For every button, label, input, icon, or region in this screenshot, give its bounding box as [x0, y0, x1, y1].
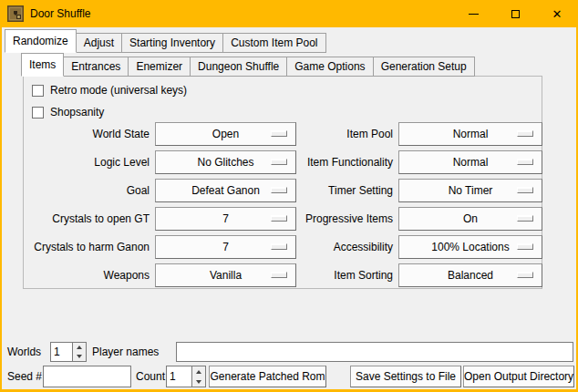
- count-stepper-arrows: [191, 366, 205, 387]
- maximize-icon: [511, 10, 520, 18]
- logic-level-value: No Glitches: [197, 156, 253, 169]
- subtab-game-options[interactable]: Game Options: [286, 57, 373, 77]
- seed-label: Seed #: [7, 366, 42, 387]
- accessibility-dropdown[interactable]: 100% Locations: [398, 235, 542, 259]
- maximize-button[interactable]: [494, 0, 536, 27]
- item-sorting-label: Item Sorting: [296, 263, 398, 287]
- app-window: Door Shuffle ✕ Randomize Adjust Starting…: [0, 0, 578, 392]
- tab-starting-inventory[interactable]: Starting Inventory: [121, 33, 223, 53]
- retro-mode-checkbox[interactable]: [32, 85, 44, 97]
- spinner-down-button[interactable]: [73, 352, 86, 361]
- tab-custom-item-pool[interactable]: Custom Item Pool: [222, 33, 325, 53]
- logic-level-dropdown[interactable]: No Glitches: [155, 150, 296, 174]
- count-stepper[interactable]: [166, 366, 206, 387]
- spinner-down-button[interactable]: [192, 377, 205, 387]
- world-state-value: Open: [212, 128, 239, 140]
- timer-setting-label: Timer Setting: [296, 179, 398, 202]
- dropdown-indicator-icon: [517, 243, 533, 250]
- dropdown-indicator-icon: [271, 272, 287, 278]
- item-pool-dropdown[interactable]: Normal: [398, 122, 542, 146]
- seed-input[interactable]: [43, 366, 131, 387]
- item-functionality-label: Item Functionality: [296, 150, 398, 174]
- save-settings-button[interactable]: Save Settings to File: [350, 366, 461, 387]
- item-sorting-value: Balanced: [448, 269, 493, 282]
- item-sorting-dropdown[interactable]: Balanced: [398, 263, 542, 287]
- tab-randomize[interactable]: Randomize: [5, 29, 77, 53]
- close-icon: ✕: [552, 8, 563, 20]
- sub-tab-bar: Items Entrances Enemizer Dungeon Shuffle…: [21, 53, 474, 77]
- dropdown-indicator-icon: [517, 272, 533, 278]
- subtab-items[interactable]: Items: [21, 53, 64, 77]
- close-button[interactable]: ✕: [536, 0, 578, 27]
- accessibility-label: Accessibility: [296, 235, 398, 259]
- spinner-up-button[interactable]: [73, 343, 86, 352]
- world-state-label: World State: [24, 122, 155, 146]
- form-row: Goal Defeat Ganon Timer Setting No Timer: [24, 179, 542, 202]
- spinner-up-button[interactable]: [192, 366, 205, 377]
- titlebar[interactable]: Door Shuffle ✕: [0, 0, 578, 27]
- main-tab-bar: Randomize Adjust Starting Inventory Cust…: [5, 29, 325, 53]
- player-names-input[interactable]: [176, 342, 573, 362]
- dropdown-indicator-icon: [517, 215, 533, 222]
- shopsanity-label: Shopsanity: [50, 106, 104, 119]
- worlds-stepper-arrows: [72, 343, 86, 361]
- worlds-label: Worlds: [7, 342, 41, 362]
- crystals-open-gt-value: 7: [222, 212, 229, 225]
- item-pool-value: Normal: [453, 128, 489, 140]
- items-panel: Retro mode (universal keys) Shopsanity W…: [23, 76, 542, 289]
- count-input[interactable]: [167, 366, 191, 387]
- goal-dropdown[interactable]: Defeat Ganon: [155, 179, 296, 202]
- dropdown-indicator-icon: [271, 215, 287, 222]
- minimize-button[interactable]: [452, 0, 494, 27]
- spinner-down-icon: [77, 355, 82, 358]
- form-row: Crystals to open GT 7 Progressive Items …: [24, 207, 542, 231]
- subtab-enemizer[interactable]: Enemizer: [128, 57, 191, 77]
- tab-adjust[interactable]: Adjust: [76, 33, 122, 53]
- form-row: World State Open Item Pool Normal: [24, 122, 542, 146]
- timer-setting-dropdown[interactable]: No Timer: [398, 179, 542, 202]
- app-icon: [7, 5, 24, 22]
- dropdown-indicator-icon: [517, 187, 533, 193]
- generate-patched-rom-button[interactable]: Generate Patched Rom: [209, 366, 326, 387]
- logic-level-label: Logic Level: [24, 150, 155, 174]
- crystals-harm-ganon-dropdown[interactable]: 7: [155, 235, 296, 259]
- open-output-directory-button[interactable]: Open Output Directory: [463, 366, 574, 387]
- weapons-label: Weapons: [24, 263, 155, 287]
- dropdown-indicator-icon: [271, 243, 287, 250]
- crystals-open-gt-label: Crystals to open GT: [24, 207, 155, 231]
- worlds-stepper[interactable]: [50, 342, 87, 362]
- subtab-entrances[interactable]: Entrances: [63, 57, 129, 77]
- crystals-open-gt-dropdown[interactable]: 7: [155, 207, 296, 231]
- form-row: Logic Level No Glitches Item Functionali…: [24, 150, 542, 174]
- spinner-down-icon: [196, 380, 201, 384]
- settings-form: World State Open Item Pool Normal Logic …: [24, 122, 542, 292]
- dropdown-indicator-icon: [271, 130, 287, 137]
- world-state-dropdown[interactable]: Open: [155, 122, 296, 146]
- accessibility-value: 100% Locations: [431, 241, 509, 253]
- spinner-up-icon: [196, 370, 201, 374]
- retro-mode-label: Retro mode (universal keys): [50, 84, 187, 97]
- shopsanity-option: Shopsanity: [32, 103, 104, 121]
- item-functionality-dropdown[interactable]: Normal: [398, 150, 542, 174]
- worlds-input[interactable]: [51, 343, 72, 361]
- retro-mode-option: Retro mode (universal keys): [32, 81, 187, 99]
- progressive-items-dropdown[interactable]: On: [398, 207, 542, 231]
- player-names-label: Player names: [92, 342, 159, 362]
- minimize-icon: [469, 14, 479, 15]
- dropdown-indicator-icon: [517, 130, 533, 137]
- goal-label: Goal: [24, 179, 155, 202]
- crystals-harm-ganon-label: Crystals to harm Ganon: [24, 235, 155, 259]
- progressive-items-value: On: [463, 212, 478, 225]
- shopsanity-checkbox[interactable]: [32, 107, 44, 119]
- dropdown-indicator-icon: [271, 159, 287, 165]
- dropdown-indicator-icon: [271, 187, 287, 193]
- form-row: Weapons Vanilla Item Sorting Balanced: [24, 263, 542, 287]
- client-area: Randomize Adjust Starting Inventory Cust…: [2, 27, 576, 389]
- crystals-harm-ganon-value: 7: [222, 241, 229, 253]
- subtab-generation-setup[interactable]: Generation Setup: [373, 57, 475, 77]
- subtab-dungeon-shuffle[interactable]: Dungeon Shuffle: [190, 57, 287, 77]
- dropdown-indicator-icon: [517, 159, 533, 165]
- window-title: Door Shuffle: [30, 7, 91, 20]
- goal-value: Defeat Ganon: [191, 184, 260, 197]
- weapons-dropdown[interactable]: Vanilla: [155, 263, 296, 287]
